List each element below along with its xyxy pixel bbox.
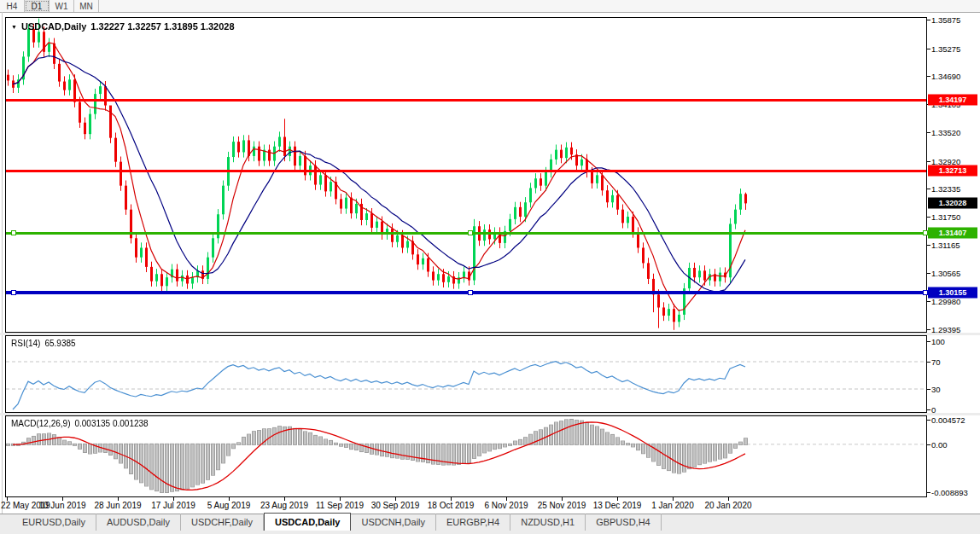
price-axis-tickmark (927, 301, 930, 302)
price-axis-tickmark (927, 245, 930, 246)
hline-handle-1.30155-0[interactable] (11, 290, 16, 295)
price-axis-tickmark (927, 76, 930, 77)
macd-axis-tickmark (927, 420, 930, 421)
hline-handle-1.30155-1[interactable] (468, 290, 473, 295)
rsi-axis-30: 30 (931, 385, 941, 394)
window-left-edge (2, 12, 3, 534)
timeframe-button-mn[interactable]: MN (74, 0, 99, 12)
hline-handle-1.31407-1[interactable] (468, 230, 473, 235)
timeframe-toolbar: H4D1W1MN (0, 0, 980, 13)
price-axis-tick-1.29395: 1.29395 (931, 324, 960, 334)
macd-canvas[interactable] (6, 416, 926, 496)
macd-label: MACD(12,26,9) 0.003135 0.001238 (11, 419, 149, 428)
rsi-axis-tickmark (927, 362, 930, 363)
hline-handle-1.30155-2[interactable] (923, 290, 928, 295)
price-axis-tick-1.35275: 1.35275 (931, 44, 960, 53)
chart-tab-eurusd-daily[interactable]: EURUSD,Daily (12, 514, 96, 531)
rsi-value: 65.9385 (44, 339, 75, 348)
date-tickmark (728, 497, 729, 501)
date-label-10-Jun-2019: 10 Jun 2019 (38, 501, 85, 510)
date-label-20-Jan-2020: 20 Jan 2020 (704, 501, 751, 510)
date-tickmark (340, 497, 341, 501)
date-tickmark (395, 497, 396, 501)
chart-tabstrip: EURUSD,DailyAUDUSD,DailyUSDCHF,DailyUSDC… (0, 514, 980, 531)
date-tickmark (7, 497, 8, 501)
chart-tab-usdcnh-daily[interactable]: USDCNH,Daily (351, 514, 436, 531)
price-axis-tickmark (927, 161, 930, 162)
rsi-panel[interactable] (5, 335, 927, 413)
price-axis-tick-1.32920: 1.32920 (931, 156, 960, 165)
date-tickmark (62, 497, 63, 501)
main-chart-canvas[interactable] (6, 18, 926, 332)
date-label-6-Nov-2019: 6 Nov 2019 (484, 501, 528, 510)
chart-tab-usdchf-daily[interactable]: USDCHF,Daily (181, 514, 264, 531)
date-tickmark (617, 497, 618, 501)
rsi-axis-tickmark (927, 409, 930, 410)
chart-tab-audusd-daily[interactable]: AUDUSD,Daily (96, 514, 181, 531)
price-axis-tick-1.30565: 1.30565 (931, 269, 960, 278)
price-tag-1.34197: 1.34197 (928, 95, 977, 106)
date-tickmark (506, 497, 507, 501)
macd-values: 0.003135 0.001238 (74, 419, 148, 428)
chart-dropdown-icon[interactable]: ▼ (11, 24, 17, 30)
date-tickmark (173, 497, 174, 501)
timeframe-button-d1[interactable]: D1 (25, 0, 50, 12)
price-axis-tickmark (927, 217, 930, 218)
price-axis-tick-1.35875: 1.35875 (931, 15, 960, 25)
date-label-23-Aug-2019: 23 Aug 2019 (260, 501, 308, 510)
timeframe-button-w1[interactable]: W1 (50, 0, 74, 12)
price-tag-1.30155: 1.30155 (928, 287, 977, 299)
rsi-axis-0: 0 (931, 405, 936, 415)
price-tag-1.31407: 1.31407 (928, 228, 977, 239)
date-label-18-Oct-2019: 18 Oct 2019 (428, 501, 474, 510)
date-tickmark (562, 497, 563, 501)
price-axis-tick-1.31165: 1.31165 (931, 240, 960, 249)
hline-handle-1.31407-0[interactable] (11, 230, 16, 235)
date-label-13-Dec-2019: 13 Dec 2019 (593, 501, 642, 510)
price-tag-1.32028: 1.32028 (928, 198, 977, 209)
hline-handle-1.31407-2[interactable] (923, 230, 928, 235)
rsi-axis-tickmark (927, 389, 930, 390)
rsi-axis-70: 70 (931, 357, 941, 367)
price-axis-tickmark (927, 329, 930, 330)
price-axis-tickmark (927, 189, 930, 189)
price-tag-1.32713: 1.32713 (928, 165, 977, 177)
date-tickmark (451, 497, 452, 501)
date-label-17-Jul-2019: 17 Jul 2019 (151, 501, 195, 510)
price-axis-tick-1.31750: 1.31750 (931, 212, 960, 222)
date-tickmark (673, 497, 674, 501)
date-tickmark (284, 497, 285, 501)
rsi-canvas[interactable] (6, 336, 926, 412)
macd-axis-0.00: 0.00 (931, 439, 948, 449)
chart-tab-usdcad-daily[interactable]: USDCAD,Daily (264, 513, 351, 531)
macd-axis-tickmark (927, 444, 930, 445)
rsi-axis-100: 100 (931, 337, 945, 346)
macd-axis-0.004572: 0.004572 (931, 415, 965, 425)
price-axis-tick-1.32335: 1.32335 (931, 184, 960, 194)
chart-tab-eurgbp-h4[interactable]: EURGBP,H4 (436, 514, 510, 531)
main-chart-panel[interactable] (5, 17, 927, 333)
price-axis-tick-1.33520: 1.33520 (931, 127, 960, 136)
timeframe-button-h4[interactable]: H4 (0, 0, 25, 12)
date-label-1-Jan-2020: 1 Jan 2020 (651, 501, 694, 510)
price-axis-tickmark (927, 132, 930, 133)
chart-title: ▼ USDCAD,Daily 1.32227 1.32257 1.31895 1… (11, 21, 235, 32)
rsi-axis-tickmark (927, 341, 930, 342)
price-axis-tick-1.34690: 1.34690 (931, 72, 960, 81)
date-tickmark (229, 497, 230, 501)
date-label-28-Jun-2019: 28 Jun 2019 (94, 501, 141, 510)
chart-symbol-period: USDCAD,Daily (21, 21, 86, 32)
macd-name: MACD(12,26,9) (11, 419, 70, 428)
chart-tab-gbpusd-h4[interactable]: GBPUSD,H4 (586, 514, 662, 531)
chart-ohlc-values: 1.32227 1.32257 1.31895 1.32028 (90, 21, 234, 32)
price-axis-tickmark (927, 49, 930, 49)
price-axis-tickmark (927, 273, 930, 274)
date-tickmark (118, 497, 119, 501)
macd-axis--0.008893: -0.008893 (931, 488, 968, 497)
macd-axis-tickmark (927, 492, 930, 493)
date-label-25-Nov-2019: 25 Nov 2019 (538, 501, 586, 510)
date-label-11-Sep-2019: 11 Sep 2019 (316, 501, 364, 510)
rsi-label: RSI(14) 65.9385 (11, 339, 76, 348)
chart-tab-nzdusd-h1[interactable]: NZDUSD,H1 (510, 514, 586, 531)
date-label-5-Aug-2019: 5 Aug 2019 (207, 501, 251, 510)
